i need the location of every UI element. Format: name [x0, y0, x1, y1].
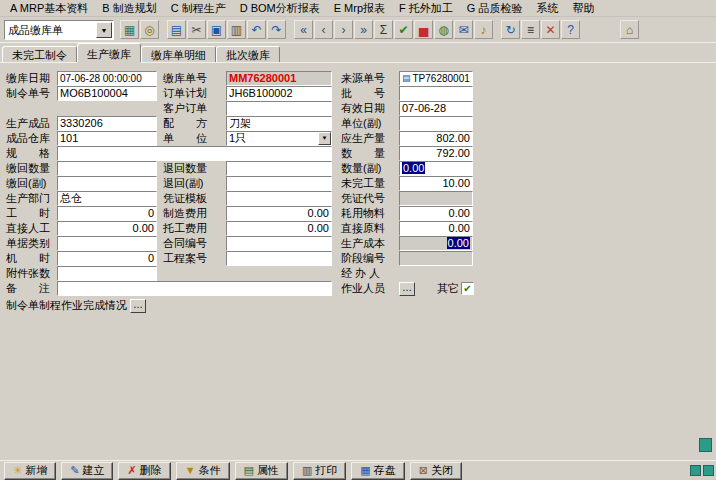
list-icon[interactable]: ≡ — [521, 20, 540, 39]
batch-no-field[interactable] — [399, 86, 473, 101]
menu-help[interactable]: 帮助 — [565, 0, 601, 17]
prev-record-icon[interactable]: ‹ — [314, 20, 333, 39]
mail-icon[interactable]: ✉ — [454, 20, 473, 39]
condition-button[interactable]: ▼ 条件 — [176, 462, 230, 480]
create-button[interactable]: ✎ 建立 — [61, 462, 113, 480]
qty-label: 数 量 — [341, 146, 385, 161]
menu-mrp-basic-data[interactable]: A MRP基本资料 — [3, 0, 95, 17]
menu-system[interactable]: 系统 — [529, 0, 565, 17]
check-icon[interactable]: ✔ — [394, 20, 413, 39]
planned-qty-field[interactable]: 802.00 — [399, 131, 473, 146]
qty-sub-field[interactable]: 0.00 — [399, 161, 473, 176]
manufacturing-cost-field[interactable]: 0.00 — [226, 206, 332, 221]
operator-more-button[interactable]: … — [399, 282, 415, 296]
properties-button[interactable]: ▤ 属性 — [235, 462, 288, 480]
close-button[interactable]: ⊠ 关闭 — [410, 462, 462, 480]
status-square — [690, 465, 701, 476]
unit-value: 1只 — [229, 132, 246, 145]
labor-hours-field[interactable]: 0 — [57, 206, 157, 221]
order-plan-field[interactable]: JH6B100002 — [226, 86, 332, 101]
valid-date-field[interactable]: 07-06-28 — [399, 101, 473, 116]
menu-manufacturing-planning[interactable]: B 制造规划 — [95, 0, 163, 17]
remark-field[interactable] — [57, 281, 332, 296]
direct-material-field[interactable]: 0.00 — [399, 221, 473, 236]
refund-qty-sub-field[interactable] — [226, 176, 332, 191]
qty-field[interactable]: 792.00 — [399, 146, 473, 161]
menu-bom-analysis-reports[interactable]: D BOM分析报表 — [233, 0, 327, 17]
save-button[interactable]: ▦ 存盘 — [351, 462, 404, 480]
toolbar-separator — [160, 20, 166, 39]
copy-icon[interactable]: ▣ — [207, 20, 226, 39]
department-field[interactable]: 总仓 — [57, 191, 157, 206]
undo-icon[interactable]: ↶ — [247, 20, 266, 39]
formula-field[interactable]: 刀架 — [226, 116, 332, 131]
sum-icon[interactable]: Σ — [374, 20, 393, 39]
new-button[interactable]: ✳ 新增 — [4, 462, 56, 480]
contract-no-field[interactable] — [226, 236, 332, 251]
return-qty-field[interactable] — [57, 161, 157, 176]
cut-icon[interactable]: ✂ — [187, 20, 206, 39]
close-icon[interactable]: ✕ — [541, 20, 560, 39]
source-no-field[interactable]: ▤ TP76280001 — [399, 71, 473, 86]
process-status-more-button[interactable]: … — [130, 299, 146, 313]
unit-sub-field[interactable] — [399, 116, 473, 131]
delete-button[interactable]: ✗ 删除 — [118, 462, 170, 480]
refund-qty-field[interactable] — [226, 161, 332, 176]
return-qty-sub-field[interactable] — [57, 176, 157, 191]
menu-process-production[interactable]: C 制程生产 — [164, 0, 233, 17]
tab-batch-storage[interactable]: 批次缴库 — [216, 46, 280, 62]
exit-door-icon[interactable]: ⌂ — [620, 20, 639, 39]
other-checkbox[interactable]: ✔ — [461, 282, 474, 295]
sound-icon[interactable]: ♪ — [474, 20, 493, 39]
material-consumed-field[interactable]: 0.00 — [399, 206, 473, 221]
direct-material-label: 直接原料 — [341, 221, 385, 236]
first-record-icon[interactable]: « — [294, 20, 313, 39]
close-button-label: 关闭 — [431, 463, 453, 478]
stage-no-field — [399, 251, 473, 266]
search-icon[interactable]: ◎ — [140, 20, 159, 39]
machine-hours-field[interactable]: 0 — [57, 251, 157, 266]
production-cost-field[interactable]: 0.00 — [399, 236, 473, 251]
paste-icon[interactable]: ▥ — [227, 20, 246, 39]
tab-storage-detail[interactable]: 缴库单明细 — [141, 46, 216, 62]
direct-labor-field[interactable]: 0.00 — [57, 221, 157, 236]
product-field[interactable]: 3330206 — [57, 116, 157, 131]
last-record-icon[interactable]: » — [354, 20, 373, 39]
spec-label: 规 格 — [6, 146, 50, 161]
menu-mrp-reports[interactable]: E Mrp报表 — [327, 0, 392, 17]
tab-unfinished-work-orders[interactable]: 未完工制令 — [2, 46, 77, 62]
storage-date-field[interactable]: 07-06-28 00:00:00 — [57, 71, 157, 86]
toolbar-separator — [494, 20, 500, 39]
print-button[interactable]: ▥ 打印 — [293, 462, 346, 480]
chevron-down-icon[interactable]: ▼ — [318, 132, 331, 145]
menu-outsourcing[interactable]: F 托外加工 — [392, 0, 460, 17]
attachment-count-field[interactable] — [57, 266, 157, 281]
create-icon: ✎ — [70, 465, 79, 476]
unfinished-qty-field[interactable]: 10.00 — [399, 176, 473, 191]
return-qty-label: 缴回数量 — [6, 161, 50, 176]
grid-icon[interactable]: ▦ — [120, 20, 139, 39]
document-icon[interactable]: ▤ — [167, 20, 186, 39]
spec-field[interactable] — [57, 146, 332, 161]
tab-production-storage[interactable]: 生产缴库 — [77, 43, 141, 62]
outsourcing-cost-field[interactable]: 0.00 — [226, 221, 332, 236]
chart-icon[interactable]: ▅ — [414, 20, 433, 39]
unit-field[interactable]: 1只 ▼ — [226, 131, 332, 146]
next-record-icon[interactable]: › — [334, 20, 353, 39]
order-plan-label: 订单计划 — [163, 86, 207, 101]
globe-icon[interactable]: ◍ — [434, 20, 453, 39]
chevron-down-icon[interactable]: ▼ — [96, 22, 112, 38]
refresh-icon[interactable]: ↻ — [501, 20, 520, 39]
voucher-template-field[interactable] — [226, 191, 332, 206]
customer-order-field[interactable] — [226, 101, 332, 116]
menu-quality-inspection[interactable]: G 品质检验 — [460, 0, 530, 17]
redo-icon[interactable]: ↷ — [267, 20, 286, 39]
doc-category-field[interactable] — [57, 236, 157, 251]
warehouse-field[interactable]: 101 — [57, 131, 157, 146]
work-order-no-field[interactable]: MO6B100004 — [57, 86, 157, 101]
storage-no-field[interactable]: MM76280001 — [226, 71, 332, 86]
help-icon[interactable]: ? — [561, 20, 580, 39]
project-no-field[interactable] — [226, 251, 332, 266]
doc-type-combobox[interactable]: 成品缴库单 ▼ — [4, 20, 114, 40]
outsourcing-cost-label: 托工费用 — [163, 221, 207, 236]
